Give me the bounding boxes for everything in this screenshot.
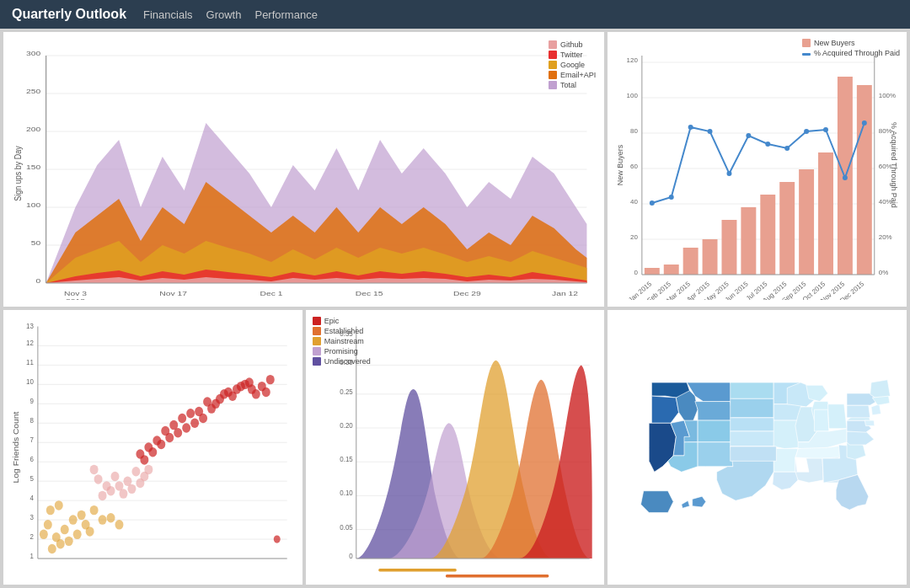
dot-jan (650, 200, 655, 206)
svg-point-98 (86, 527, 94, 536)
svg-text:Log Friends Count: Log Friends Count (12, 411, 20, 483)
mainstream-color (313, 337, 321, 345)
svg-text:2013: 2013 (66, 297, 85, 300)
svg-point-102 (55, 500, 63, 510)
state-ak (640, 490, 673, 512)
svg-text:13: 13 (26, 321, 34, 330)
header-nav: Financials Growth Performance (143, 8, 318, 21)
legend-established-label: Established (324, 327, 364, 335)
svg-point-105 (99, 491, 107, 500)
svg-point-113 (94, 474, 103, 484)
svg-point-131 (186, 409, 195, 418)
legend-promising: Promising (313, 347, 371, 355)
nav-performance[interactable]: Performance (254, 8, 317, 21)
state-ne (730, 418, 776, 431)
dot-sep (804, 129, 809, 134)
undiscovered-color (313, 357, 321, 366)
scatter-chart: 1 2 3 4 5 6 7 8 9 10 11 12 13 Log Friend… (3, 310, 302, 585)
legend-total-label: Total (560, 81, 576, 89)
legend-undiscovered: Undiscovered (313, 357, 371, 366)
svg-point-124 (182, 423, 190, 432)
legend-epic-label: Epic (324, 317, 340, 325)
svg-point-97 (99, 515, 107, 524)
svg-text:5: 5 (29, 474, 34, 484)
legend-mainstream-label: Mainstream (324, 337, 364, 345)
emailapi-color (549, 71, 557, 79)
legend-new-buyers-label: New Buyers (814, 39, 855, 47)
state-nc (847, 431, 874, 445)
svg-text:120: 120 (627, 56, 639, 64)
state-or (651, 396, 678, 423)
svg-point-145 (136, 449, 144, 458)
legend-new-buyers: New Buyers (802, 39, 900, 47)
legend-emailapi: Email+API (549, 71, 596, 79)
svg-text:11: 11 (26, 358, 34, 367)
svg-point-126 (153, 436, 161, 445)
state-hi (692, 496, 705, 507)
svg-point-116 (131, 467, 140, 476)
svg-text:0%: 0% (879, 269, 889, 276)
svg-point-110 (103, 481, 111, 490)
legend-pct-paid: % Acquired Through Paid (802, 49, 900, 57)
state-nd (730, 382, 773, 398)
state-fl (836, 474, 869, 510)
nav-growth[interactable]: Growth (206, 8, 242, 21)
svg-point-90 (65, 537, 73, 546)
svg-point-104 (115, 520, 124, 529)
scatter-svg: 1 2 3 4 5 6 7 8 9 10 11 12 13 Log Friend… (10, 317, 296, 578)
bar-jan (645, 268, 660, 275)
bar-sep (799, 169, 814, 275)
svg-text:New Buyers: New Buyers (616, 144, 624, 185)
state-pa (847, 405, 870, 418)
bar-jun (741, 207, 757, 275)
legend-google: Google (549, 61, 596, 69)
svg-point-129 (144, 442, 153, 452)
nav-financials[interactable]: Financials (143, 8, 193, 21)
svg-text:8: 8 (29, 416, 34, 425)
dot-jul (766, 142, 771, 147)
legend-undiscovered-label: Undiscovered (324, 357, 371, 366)
us-map-svg (622, 323, 893, 572)
twitter-color (549, 51, 557, 59)
buyers-svg: 0 20 40 60 80 100 120 0% 20% 40% 60% 80%… (614, 39, 900, 300)
svg-point-147 (252, 389, 260, 398)
legend-established: Established (313, 327, 371, 335)
svg-text:100%: 100% (879, 92, 896, 99)
dot-nov (843, 175, 848, 180)
svg-text:300: 300 (26, 50, 40, 57)
dot-feb (669, 195, 674, 200)
svg-point-130 (178, 414, 186, 423)
density-legend: Epic Established Mainstream Promising Un… (313, 317, 371, 367)
state-nm (698, 442, 733, 467)
svg-point-112 (127, 484, 136, 494)
bar-aug (780, 182, 795, 275)
svg-text:9: 9 (29, 397, 34, 406)
buyers-color (802, 39, 811, 47)
dot-jun (747, 133, 752, 138)
buyers-chart: New Buyers % Acquired Through Paid 0 20 … (608, 32, 907, 307)
legend-mainstream: Mainstream (313, 337, 371, 345)
state-nj (871, 404, 881, 415)
svg-text:Nov 3: Nov 3 (64, 290, 87, 297)
legend-twitter-label: Twitter (560, 51, 583, 59)
svg-text:0.05: 0.05 (340, 522, 353, 532)
svg-text:60: 60 (630, 163, 638, 170)
promising-color (313, 347, 321, 355)
svg-text:40: 40 (630, 198, 638, 206)
svg-text:0.15: 0.15 (340, 455, 353, 464)
svg-text:Dec 1: Dec 1 (260, 290, 282, 297)
app-header: Quarterly Outlook Financials Growth Perf… (0, 0, 910, 29)
svg-text:100: 100 (26, 201, 40, 209)
svg-text:0.25: 0.25 (340, 387, 353, 396)
svg-text:3: 3 (29, 513, 34, 522)
dot-oct (823, 127, 828, 132)
svg-text:200: 200 (26, 126, 40, 133)
density-chart: Epic Established Mainstream Promising Un… (306, 310, 605, 585)
legend-github-label: Github (560, 40, 583, 49)
state-wy (695, 401, 733, 420)
bar-may (722, 220, 737, 275)
svg-text:10: 10 (26, 377, 34, 387)
svg-point-117 (144, 465, 153, 474)
svg-point-128 (169, 420, 178, 430)
svg-text:2: 2 (29, 532, 34, 542)
